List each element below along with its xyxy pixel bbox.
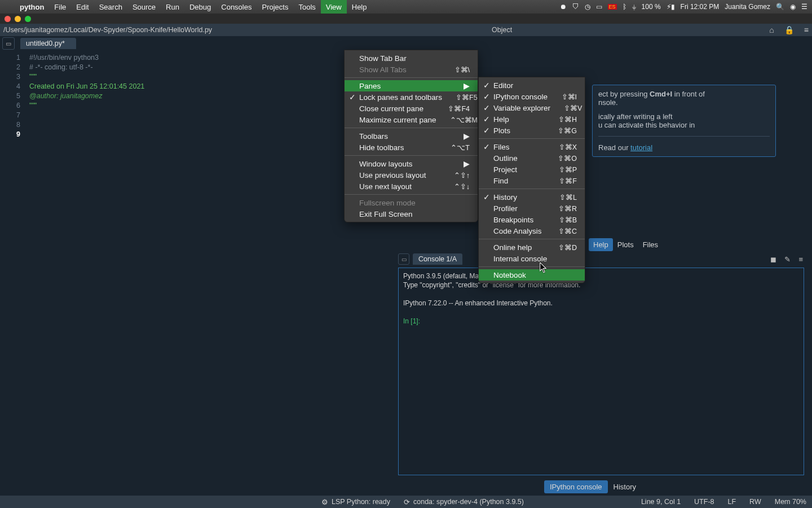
minimize-window-button[interactable] — [15, 16, 21, 22]
menu-file[interactable]: File — [49, 0, 71, 14]
menu-item[interactable]: Window layouts▶ — [345, 158, 478, 169]
line-number: 5 — [0, 91, 20, 101]
menu-item[interactable]: ✓Plots⇧⌘G — [479, 125, 585, 136]
siri-icon[interactable]: ◉ — [790, 3, 796, 11]
home-icon[interactable]: ⌂ — [769, 25, 774, 34]
menu-item-label: Breakpoints — [493, 216, 533, 224]
menu-item[interactable]: Panes▶ — [345, 80, 478, 91]
tab-history[interactable]: History — [608, 480, 642, 493]
tab-help[interactable]: Help — [589, 238, 613, 251]
console-tab-label: Console 1/A — [418, 255, 457, 263]
control-center-icon[interactable]: ☰ — [801, 3, 807, 11]
browse-tabs-icon[interactable]: ▭ — [398, 253, 409, 265]
menu-item[interactable]: ✓History⇧⌘L — [479, 191, 585, 203]
apple-icon[interactable] — [5, 0, 15, 14]
menu-run[interactable]: Run — [161, 0, 184, 14]
line-number: 9 — [0, 130, 20, 139]
line-number: 4 — [0, 82, 20, 91]
line-number: 6 — [0, 101, 20, 111]
menu-item[interactable]: ✓Help⇧⌘H — [479, 113, 585, 125]
menu-item[interactable]: Internal console — [479, 253, 585, 264]
tab-files[interactable]: Files — [638, 238, 663, 251]
menu-item[interactable]: Find⇧⌘F — [479, 175, 585, 186]
menu-item[interactable]: Maximize current pane⌃⌥⌘M — [345, 114, 478, 125]
menu-item[interactable]: Toolbars▶ — [345, 130, 478, 142]
menu-item[interactable]: Code Analysis⇧⌘C — [479, 225, 585, 237]
menu-item[interactable]: Fullscreen mode — [345, 197, 478, 208]
tab-plots[interactable]: Plots — [613, 238, 638, 251]
line-gutter: 1 2 3 4 5 6 7 8 9 — [0, 51, 26, 496]
menu-item[interactable]: ✓Variable explorer⇧⌘V — [479, 102, 585, 113]
menu-help[interactable]: Help — [347, 0, 372, 14]
display-icon[interactable]: ▭ — [596, 3, 602, 11]
browse-tabs-icon[interactable]: ▭ — [2, 37, 15, 50]
close-window-button[interactable] — [5, 16, 11, 22]
hamburger-icon[interactable]: ≡ — [804, 25, 809, 34]
tutorial-link[interactable]: tutorial — [630, 143, 652, 152]
spotlight-icon[interactable]: 🔍 — [776, 3, 784, 11]
menu-item[interactable]: Show Tab Bar — [345, 52, 478, 64]
menu-tools[interactable]: Tools — [293, 0, 320, 14]
menu-item-label: Files — [493, 143, 510, 151]
menu-item[interactable]: Show All Tabs⇧⌘\ — [345, 64, 478, 75]
clear-icon[interactable]: ✎ — [784, 255, 791, 264]
menu-source[interactable]: Source — [127, 0, 161, 14]
menu-item[interactable]: Project⇧⌘P — [479, 164, 585, 175]
wifi-icon[interactable]: ⏚ — [632, 3, 636, 11]
menu-edit[interactable]: Edit — [71, 0, 94, 14]
shield-icon[interactable]: ⛉ — [572, 3, 579, 11]
menu-projects[interactable]: Projects — [257, 0, 293, 14]
menu-item[interactable]: Outline⇧⌘O — [479, 152, 585, 164]
menu-item[interactable]: Online help⇧⌘D — [479, 242, 585, 253]
zoom-window-button[interactable] — [25, 16, 31, 22]
bluetooth-icon[interactable]: ᛒ — [623, 3, 626, 11]
flag-icon[interactable]: ES — [608, 4, 617, 10]
code-editor[interactable]: 1 2 3 4 5 6 7 8 9 #!/usr/bin/env python3… — [0, 51, 395, 496]
console-pane: ▭ Console 1/A ◼ ✎ ≡ Python 3.9.5 (defaul… — [395, 252, 807, 479]
menu-item-label: Outline — [493, 154, 518, 163]
window-titlebar — [0, 14, 812, 24]
menu-consoles[interactable]: Consoles — [216, 0, 257, 14]
battery-icon[interactable]: ⚡︎▮ — [667, 3, 675, 11]
app-name[interactable]: python — [15, 0, 49, 14]
help-text: nsole. — [598, 98, 770, 107]
menu-item-label: Notebook — [493, 271, 526, 279]
menu-item[interactable]: Use next layout⌃⇧↓ — [345, 181, 478, 192]
menu-item-label: Show All Tabs — [359, 65, 407, 74]
menu-view[interactable]: View — [321, 0, 347, 14]
menu-item-label: Exit Full Screen — [359, 210, 413, 218]
clock-icon[interactable]: ◷ — [585, 3, 590, 11]
menu-item[interactable]: Hide toolbars⌃⌥T — [345, 142, 478, 153]
status-bar: ⚙ LSP Python: ready ⟳ conda: spyder-dev-… — [0, 496, 812, 508]
menu-item[interactable]: Close current pane⇧⌘F4 — [345, 103, 478, 114]
menu-item[interactable]: Breakpoints⇧⌘B — [479, 214, 585, 225]
menu-item[interactable]: ✓Files⇧⌘X — [479, 141, 585, 152]
menu-item[interactable]: Profiler⇧⌘R — [479, 203, 585, 214]
stop-icon[interactable]: ◼ — [770, 255, 776, 264]
menu-item[interactable]: ✓Editor — [479, 80, 585, 91]
console-line: IPython 7.22.0 -- An enhanced Interactiv… — [403, 299, 799, 308]
menu-item[interactable]: Use previous layout⌃⇧↑ — [345, 169, 478, 181]
console-output[interactable]: Python 3.9.5 (default, May 18 2021, 12:3… — [398, 268, 804, 475]
menu-item-label: Panes — [359, 82, 381, 90]
lock-icon[interactable]: 🔒 — [784, 25, 794, 34]
status-position: Line 9, Col 1 — [641, 498, 681, 506]
menu-item-label: Online help — [493, 243, 532, 252]
menu-item[interactable]: Exit Full Screen — [345, 208, 478, 220]
status-mem: Mem 70% — [775, 498, 806, 506]
menu-item[interactable]: ✓IPython console⇧⌘I — [479, 91, 585, 102]
main-area: ▭ untitled0.py* 1 2 3 4 5 6 7 8 9 #!/usr… — [0, 36, 812, 496]
code-line: # -*- coding: utf-8 -*- — [29, 63, 144, 72]
clock-text[interactable]: Fri 12:02 PM — [681, 3, 720, 11]
menu-item[interactable]: ✓Lock panes and toolbars⇧⌘F5 — [345, 91, 478, 103]
hamburger-icon[interactable]: ≡ — [798, 255, 803, 264]
user-name[interactable]: Juanita Gomez — [725, 3, 770, 11]
menu-search[interactable]: Search — [94, 0, 127, 14]
editor-tab[interactable]: untitled0.py* — [20, 38, 76, 49]
menu-debug[interactable]: Debug — [184, 0, 216, 14]
console-tab[interactable]: Console 1/A — [413, 253, 462, 265]
code-line: Created on Fri Jun 25 12:01:45 2021 — [29, 82, 144, 91]
menu-item[interactable]: Notebook — [479, 269, 585, 281]
tab-ipython-console[interactable]: IPython console — [544, 480, 608, 493]
camera-icon[interactable]: ⏺ — [560, 3, 567, 11]
